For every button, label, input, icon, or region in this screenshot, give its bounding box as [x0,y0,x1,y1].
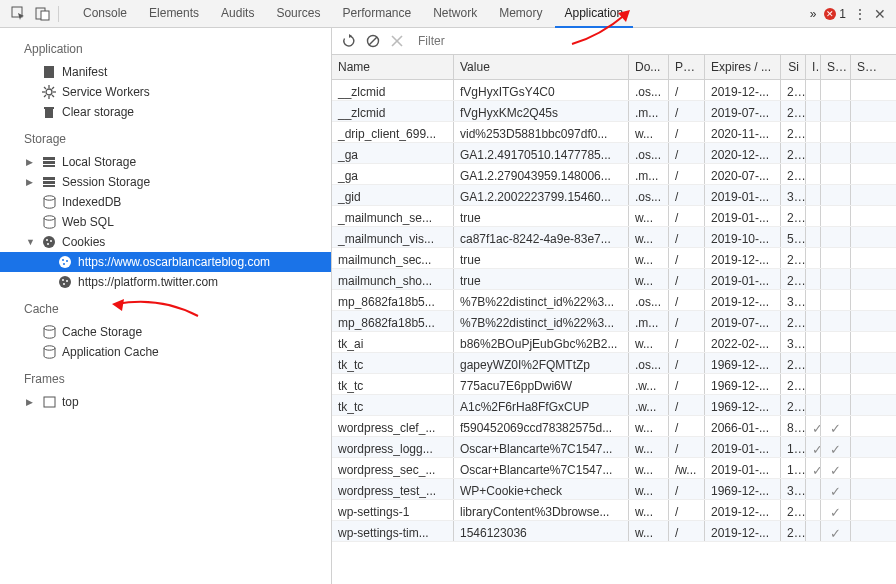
col-name[interactable]: Name [332,55,454,79]
sidebar-section-title: Storage [0,122,331,152]
table-row[interactable]: tk_tcA1c%2F6rHa8FfGxCUP.w.../1969-12-...… [332,395,896,416]
error-badge[interactable]: ✕ 1 [824,7,846,21]
sidebar-item-top[interactable]: ▶top [0,392,331,412]
sidebar-cookie-domain[interactable]: https://platform.twitter.com [0,272,331,292]
cell: 2020-11-... [705,122,781,142]
table-row[interactable]: wordpress_logg...Oscar+Blancarte%7C1547.… [332,437,896,458]
col-expires[interactable]: Expires / ... [705,55,781,79]
kebab-menu-icon[interactable]: ⋮ [854,7,866,21]
sidebar-item-session-storage[interactable]: ▶Session Storage [0,172,331,192]
sidebar-item-local-storage[interactable]: ▶Local Storage [0,152,331,172]
cell: ✓ [821,521,851,541]
sidebar-item-cookies[interactable]: ▼Cookies [0,232,331,252]
cell: vid%253D5881bbc097df0... [454,122,629,142]
sidebar-item-cache-storage[interactable]: Cache Storage [0,322,331,342]
cell [851,437,881,457]
cell: ✓ [806,437,821,457]
table-row[interactable]: mp_8682fa18b5...%7B%22distinct_id%22%3..… [332,290,896,311]
table-row[interactable]: mailmunch_sho...truew.../2019-01-...26 [332,269,896,290]
sidebar-item-clear-storage[interactable]: Clear storage [0,102,331,122]
col-samesite[interactable]: Sa... [851,55,881,79]
sidebar-item-manifest[interactable]: Manifest [0,62,331,82]
svg-point-27 [59,256,71,268]
cell [851,353,881,373]
table-row[interactable]: __zlcmidfVgHyxITGsY4C0.os.../2019-12-...… [332,80,896,101]
cell: 2019-10-... [705,227,781,247]
col-size[interactable]: Si [781,55,806,79]
error-dot-icon: ✕ [824,8,836,20]
tab-performance[interactable]: Performance [332,0,421,28]
table-row[interactable]: _mailmunch_vis...ca87f1ac-8242-4a9e-83e7… [332,227,896,248]
cell: gapeyWZ0I%2FQMTtZp [454,353,629,373]
cell: .os... [629,143,669,163]
cell [851,206,881,226]
cell [821,248,851,268]
cell [821,290,851,310]
col-path[interactable]: Pa... [669,55,705,79]
tab-application[interactable]: Application [555,0,634,28]
table-row[interactable]: tk_tc775acu7E6ppDwi6W.w.../1969-12-...21 [332,374,896,395]
db-icon [42,345,56,359]
overflow-tabs[interactable]: » [810,7,817,21]
sidebar-item-application-cache[interactable]: Application Cache [0,342,331,362]
stack-icon [42,175,56,189]
sidebar-cookie-domain[interactable]: https://www.oscarblancarteblog.com [0,252,331,272]
cell: 21 [781,374,806,394]
close-icon[interactable]: ✕ [874,6,886,22]
device-toggle-icon[interactable] [30,2,54,26]
tab-audits[interactable]: Audits [211,0,264,28]
col-value[interactable]: Value [454,55,629,79]
cell: .os... [629,185,669,205]
table-row[interactable]: wp-settings-tim...1546123036w.../2019-12… [332,521,896,542]
table-row[interactable]: wordpress_sec_...Oscar+Blancarte%7C1547.… [332,458,896,479]
cell [821,80,851,100]
table-row[interactable]: _mailmunch_se...truew.../2019-01-...25 [332,206,896,227]
table-row[interactable]: _gaGA1.2.279043959.148006....m.../2020-0… [332,164,896,185]
table-row[interactable]: mailmunch_sec...truew.../2019-12-...29 [332,248,896,269]
cell: / [669,80,705,100]
cell: 31 [781,185,806,205]
table-row[interactable]: wordpress_clef_...f590452069ccd78382575d… [332,416,896,437]
table-row[interactable]: _gaGA1.2.49170510.1477785....os.../2020-… [332,143,896,164]
col-httponly[interactable]: I [806,55,821,79]
sidebar-item-service-workers[interactable]: Service Workers [0,82,331,102]
gear-icon [42,85,56,99]
col-domain[interactable]: Do... [629,55,669,79]
tab-network[interactable]: Network [423,0,487,28]
cell: ✓ [806,416,821,436]
filter-input[interactable] [414,31,674,51]
cell: 24 [781,500,806,520]
table-row[interactable]: _gidGA1.2.2002223799.15460....os.../2019… [332,185,896,206]
table-row[interactable]: tk_aib86%2BOuPjEubGbc%2B2...w.../2022-02… [332,332,896,353]
svg-rect-17 [43,165,55,167]
tab-elements[interactable]: Elements [139,0,209,28]
tab-console[interactable]: Console [73,0,137,28]
cell: w... [629,416,669,436]
cell: / [669,521,705,541]
svg-point-32 [62,279,64,281]
sidebar-item-label: Cookies [62,235,105,249]
table-row[interactable]: mp_8682fa18b5...%7B%22distinct_id%22%3..… [332,311,896,332]
sidebar-item-indexeddb[interactable]: IndexedDB [0,192,331,212]
cell: 25 [781,206,806,226]
table-row[interactable]: _drip_client_699...vid%253D5881bbc097df0… [332,122,896,143]
svg-rect-20 [43,185,55,187]
cookies-table-body[interactable]: __zlcmidfVgHyxITGsY4C0.os.../2019-12-...… [332,80,896,584]
cookies-toolbar [332,28,896,55]
delete-selected-icon[interactable] [390,34,404,48]
cell [806,122,821,142]
col-secure[interactable]: Se... [821,55,851,79]
tab-sources[interactable]: Sources [266,0,330,28]
table-row[interactable]: wordpress_test_...WP+Cookie+checkw.../19… [332,479,896,500]
cell: .os... [629,353,669,373]
clear-all-icon[interactable] [366,34,380,48]
table-row[interactable]: wp-settings-1libraryContent%3Dbrowse...w… [332,500,896,521]
refresh-icon[interactable] [342,34,356,48]
table-row[interactable]: tk_tcgapeyWZ0I%2FQMTtZp.os.../1969-12-..… [332,353,896,374]
sidebar-item-web-sql[interactable]: Web SQL [0,212,331,232]
cell [851,248,881,268]
inspect-icon[interactable] [6,2,30,26]
tab-memory[interactable]: Memory [489,0,552,28]
table-row[interactable]: __zlcmidfVgHyxKMc2Q45s.m.../2019-07-...2… [332,101,896,122]
cell [821,395,851,415]
